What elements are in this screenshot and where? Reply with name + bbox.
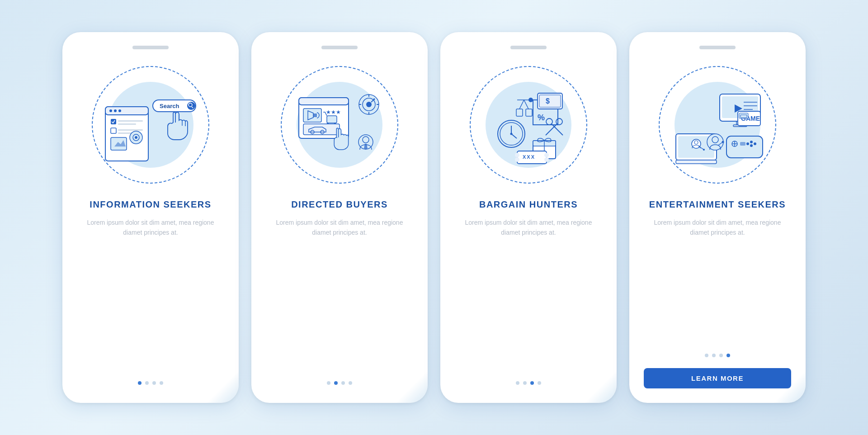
card-title-information-seekers: INFORMATION SEEKERS: [90, 199, 211, 210]
learn-more-button[interactable]: LEARN MORE: [644, 368, 791, 388]
card-entertainment-seekers: GAME ENTERTAINMENT SEEKERS Lorem ipsum d…: [629, 32, 806, 403]
illustration-bargain-hunters: % $: [463, 59, 594, 190]
svg-point-105: [722, 141, 724, 143]
svg-point-67: [544, 153, 549, 157]
dot-3: [152, 381, 156, 385]
svg-rect-49: [538, 93, 562, 109]
svg-point-95: [754, 142, 756, 145]
dot-4-active: [726, 354, 730, 357]
card-title-entertainment-seekers: ENTERTAINMENT SEEKERS: [649, 199, 786, 210]
svg-line-71: [524, 100, 528, 109]
svg-point-4: [118, 109, 121, 112]
illustration-information-seekers: Search: [85, 59, 216, 190]
card-directed-buyers: ★★★: [251, 32, 428, 403]
dots-row-3: [516, 381, 541, 385]
svg-rect-5: [111, 119, 116, 124]
phone-notch-4: [699, 46, 736, 49]
card-desc-directed-buyers: Lorem ipsum dolor sit dim amet, mea regi…: [266, 218, 413, 373]
svg-point-60: [510, 133, 513, 135]
svg-point-97: [746, 142, 749, 145]
svg-text:XXX: XXX: [523, 154, 535, 160]
svg-rect-84: [676, 160, 717, 164]
svg-point-89: [703, 149, 705, 151]
card-desc-entertainment-seekers: Lorem ipsum dolor sit dim amet, mea regi…: [644, 218, 791, 345]
dots-row-1: [138, 381, 163, 385]
cards-container: Search INFORMATION SEEKERS Lorem ipsum d…: [44, 14, 824, 421]
directed-buyers-illustration: ★★★: [290, 75, 389, 175]
svg-line-54: [552, 124, 563, 135]
dot-2: [145, 381, 149, 385]
card-bargain-hunters: % $: [440, 32, 617, 403]
svg-rect-90: [726, 136, 763, 158]
svg-rect-74: [526, 109, 532, 116]
dot-2-3: [341, 381, 345, 385]
dots-row-2: [327, 381, 352, 385]
card-information-seekers: Search INFORMATION SEEKERS Lorem ipsum d…: [62, 32, 239, 403]
svg-rect-7: [118, 123, 136, 125]
dot-4-1: [705, 354, 708, 357]
svg-rect-26: [303, 109, 321, 122]
svg-line-70: [519, 100, 524, 109]
svg-text:★★★: ★★★: [326, 109, 341, 115]
svg-rect-6: [118, 120, 143, 122]
entertainment-illustration: GAME: [668, 75, 767, 175]
svg-point-96: [750, 144, 753, 147]
dot-1-active: [138, 381, 142, 385]
illustration-entertainment-seekers: GAME: [652, 59, 783, 190]
svg-text:Search: Search: [160, 103, 179, 109]
svg-point-3: [114, 109, 117, 112]
svg-rect-25: [299, 98, 349, 105]
dot-3-2: [523, 381, 527, 385]
svg-rect-29: [327, 116, 337, 123]
dot-4-3: [719, 354, 723, 357]
bargain-hunters-illustration: % $: [479, 75, 578, 175]
svg-rect-27: [313, 113, 317, 117]
svg-text:%: %: [538, 113, 545, 122]
svg-point-37: [366, 102, 372, 107]
dot-3-4: [538, 381, 541, 385]
dot-2-4: [349, 381, 352, 385]
phone-notch: [132, 46, 169, 49]
svg-point-94: [750, 141, 753, 143]
dot-4: [160, 381, 163, 385]
card-title-directed-buyers: DIRECTED BUYERS: [291, 199, 388, 210]
dot-3-active: [530, 381, 534, 385]
svg-rect-98: [740, 142, 745, 146]
dot-3-1: [516, 381, 519, 385]
svg-point-15: [135, 136, 137, 139]
svg-rect-9: [118, 129, 143, 131]
card-desc-information-seekers: Lorem ipsum dolor sit dim amet, mea regi…: [77, 218, 224, 373]
svg-point-68: [544, 157, 549, 162]
search-illustration: Search: [101, 75, 200, 175]
dots-row-4: [705, 354, 730, 357]
dot-2-1: [327, 381, 330, 385]
phone-notch-3: [510, 46, 547, 49]
svg-point-2: [109, 109, 112, 112]
dot-4-2: [712, 354, 716, 357]
card-title-bargain-hunters: BARGAIN HUNTERS: [479, 199, 578, 210]
svg-rect-73: [516, 109, 523, 116]
illustration-directed-buyers: ★★★: [274, 59, 405, 190]
card-desc-bargain-hunters: Lorem ipsum dolor sit dim amet, mea regi…: [455, 218, 602, 373]
dot-2-active: [334, 381, 338, 385]
svg-text:$: $: [546, 97, 550, 105]
svg-point-65: [515, 153, 519, 157]
phone-notch-2: [321, 46, 358, 49]
svg-line-55: [546, 124, 557, 135]
svg-point-66: [515, 157, 519, 162]
